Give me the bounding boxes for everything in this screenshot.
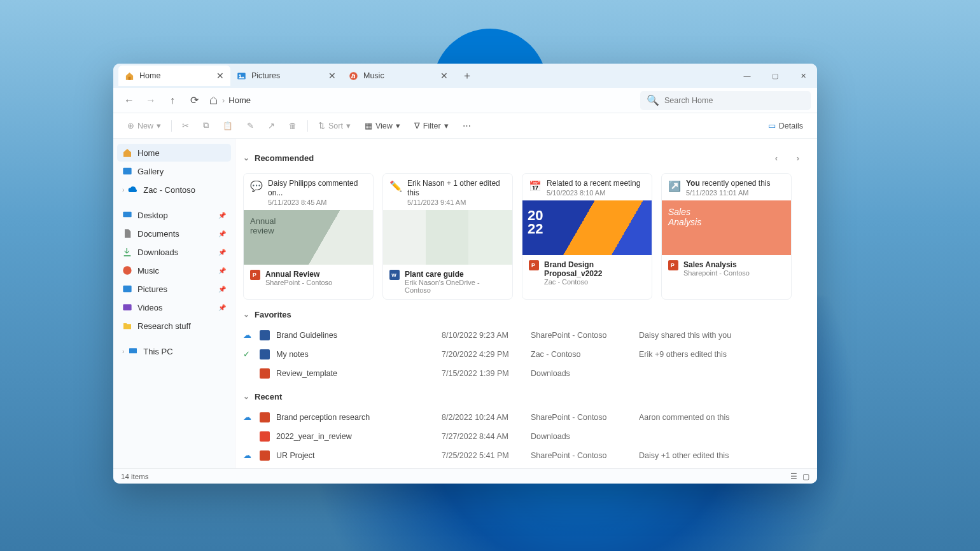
list-item[interactable]: ☁Brand Guidelines8/10/2022 9:23 AMShareP… (243, 326, 807, 345)
status-bar: 14 items ☰ ▢ (113, 468, 817, 484)
sidebar-item-account[interactable]: ›Zac - Contoso (117, 181, 231, 199)
svg-rect-19 (260, 368, 270, 379)
svg-point-2 (349, 72, 358, 80)
pc-icon (128, 346, 138, 356)
chevron-down-icon: ▾ (346, 121, 351, 130)
calendar-icon: 📅 (529, 180, 542, 192)
list-item[interactable]: 2022_year_in_review7/27/2022 8:44 AMDown… (243, 427, 807, 446)
music-icon (349, 71, 358, 81)
carousel-next-button[interactable]: › (789, 149, 807, 167)
details-pane-button[interactable]: ▭Details (763, 117, 808, 135)
delete-button[interactable]: 🗑 (284, 117, 302, 135)
sync-icon: ✓ (243, 349, 260, 359)
sidebar-item-desktop[interactable]: Desktop📌 (117, 206, 231, 224)
view-button[interactable]: ▦View▾ (360, 117, 405, 135)
back-button[interactable]: ← (120, 91, 139, 110)
list-item[interactable]: ☁Brand perception research8/2/2022 10:24… (243, 408, 807, 427)
pin-icon: 📌 (218, 267, 226, 274)
share-button[interactable]: ↗ (263, 117, 280, 135)
edit-icon: ✏️ (389, 180, 402, 192)
carousel-prev-button[interactable]: ‹ (767, 149, 785, 167)
sidebar-item-videos[interactable]: Videos📌 (117, 298, 231, 316)
word-icon (260, 349, 274, 359)
svg-rect-17 (260, 330, 270, 340)
tab-home[interactable]: Home ✕ (118, 66, 230, 86)
list-item[interactable]: ✓My notes7/20/2022 4:29 PMZac - ContosoE… (243, 345, 807, 364)
paste-button[interactable]: 📋 (218, 117, 238, 135)
close-icon[interactable]: ✕ (328, 71, 336, 81)
chevron-down-icon: ▾ (396, 121, 400, 130)
svg-rect-4 (123, 212, 131, 218)
sidebar-item-home[interactable]: Home (117, 144, 231, 162)
close-window-button[interactable]: ✕ (789, 64, 817, 88)
folder-icon (122, 321, 132, 331)
sidebar-item-downloads[interactable]: Downloads📌 (117, 243, 231, 261)
pdf-icon (260, 431, 274, 442)
new-tab-button[interactable]: ＋ (458, 67, 476, 85)
cut-button[interactable]: ✂ (177, 117, 194, 135)
cloud-icon: ☁ (243, 412, 260, 422)
details-icon: ▭ (768, 121, 776, 130)
recommended-card[interactable]: 💬Daisy Philipps commented on...5/11/2023… (243, 173, 374, 300)
sidebar: Home Gallery ›Zac - Contoso Desktop📌 Doc… (113, 139, 235, 468)
cloud-icon: ☁ (243, 450, 260, 460)
svg-rect-18 (260, 349, 270, 359)
recommended-card[interactable]: ↗️You You recently opened thisrecently o… (661, 173, 792, 300)
chevron-right-icon: › (122, 186, 124, 193)
window-controls: — ▢ ✕ (733, 64, 817, 88)
rename-button[interactable]: ✎ (242, 117, 259, 135)
tab-label: Music (363, 71, 384, 80)
favorites-list: ☁Brand Guidelines8/10/2022 9:23 AMShareP… (243, 326, 807, 383)
pictures-icon (122, 284, 132, 294)
refresh-button[interactable]: ⟳ (185, 91, 204, 110)
copy-icon: ⧉ (203, 121, 209, 130)
close-icon[interactable]: ✕ (440, 71, 448, 81)
content-pane: ⌄ Recommended ‹ › 💬Daisy Philipps commen… (235, 139, 817, 468)
list-item[interactable]: Review_template7/15/2022 1:39 PMDownload… (243, 364, 807, 383)
sort-icon: ⇅ (318, 121, 325, 130)
new-button[interactable]: ⊕New▾ (122, 117, 166, 135)
copy-button[interactable]: ⧉ (198, 117, 214, 135)
section-recent-header[interactable]: ⌄ Recent (243, 392, 807, 401)
minimize-button[interactable]: — (733, 64, 761, 88)
thumbnails-view-button[interactable]: ▢ (802, 472, 809, 481)
tab-music[interactable]: Music ✕ (342, 66, 454, 86)
word-icon: W (389, 270, 400, 294)
sidebar-item-documents[interactable]: Documents📌 (117, 225, 231, 242)
powerpoint-icon (260, 450, 274, 461)
list-item[interactable]: ☁UR Project7/25/2022 5:41 PMSharePoint -… (243, 446, 807, 465)
sidebar-item-music[interactable]: Music📌 (117, 262, 231, 279)
search-input[interactable] (664, 96, 804, 105)
tab-label: Pictures (251, 71, 280, 80)
breadcrumb[interactable]: › Home (209, 95, 638, 105)
cloud-icon: ☁ (243, 330, 260, 340)
pin-icon: 📌 (218, 230, 226, 237)
recommended-card[interactable]: ✏️Erik Nason + 1 other edited this5/11/2… (382, 173, 513, 300)
more-button[interactable]: ⋯ (458, 117, 476, 135)
sidebar-item-pictures[interactable]: Pictures📌 (117, 280, 231, 298)
sidebar-item-research[interactable]: Research stuff (117, 317, 231, 335)
search-box[interactable]: 🔍 (640, 91, 811, 110)
address-bar: ← → ↑ ⟳ › Home 🔍 (113, 88, 817, 113)
svg-rect-6 (123, 286, 131, 293)
section-recommended-header[interactable]: ⌄ Recommended ‹ › (243, 149, 807, 167)
details-view-button[interactable]: ☰ (790, 472, 797, 481)
videos-icon (122, 302, 132, 312)
recommended-card[interactable]: 📅Related to a recent meeting5/10/2023 8:… (522, 173, 652, 300)
music-icon (122, 265, 132, 276)
svg-point-5 (123, 266, 131, 274)
close-icon[interactable]: ✕ (216, 71, 224, 81)
tab-pictures[interactable]: Pictures ✕ (230, 66, 342, 86)
filter-button[interactable]: ∇Filter▾ (409, 117, 454, 135)
up-button[interactable]: ↑ (163, 91, 182, 110)
delete-icon: 🗑 (289, 122, 297, 130)
maximize-button[interactable]: ▢ (761, 64, 789, 88)
separator (171, 120, 172, 132)
word-icon (260, 330, 274, 340)
forward-button[interactable]: → (141, 91, 160, 110)
sidebar-item-gallery[interactable]: Gallery (117, 162, 231, 180)
section-favorites-header[interactable]: ⌄ Favorites (243, 310, 807, 319)
sidebar-item-thispc[interactable]: ›This PC (117, 342, 231, 360)
powerpoint-icon: P (529, 260, 539, 286)
sort-button[interactable]: ⇅Sort▾ (313, 117, 356, 135)
